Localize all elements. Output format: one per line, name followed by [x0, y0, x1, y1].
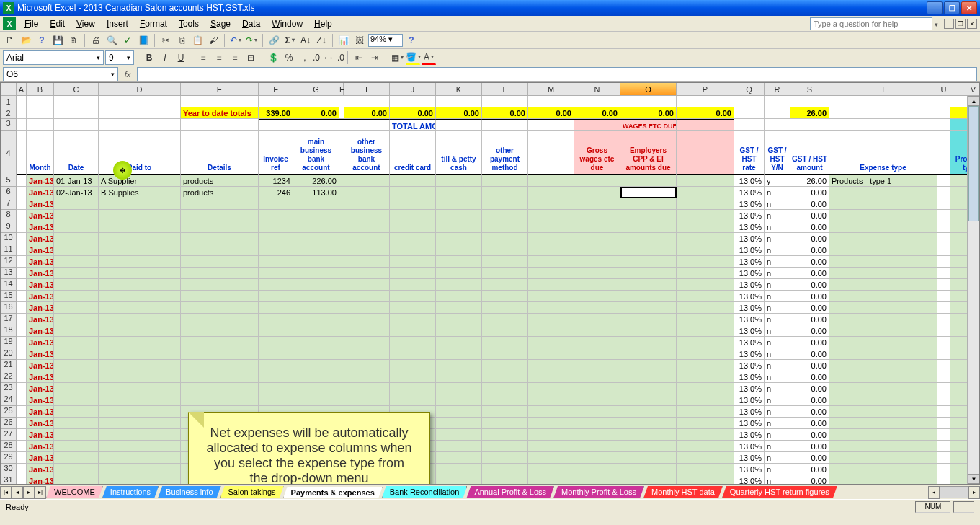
cell-B9[interactable]: Jan-13: [27, 221, 54, 233]
cell-T13[interactable]: [829, 268, 937, 279]
cell-S31[interactable]: 0.00: [790, 475, 829, 485]
percent-button[interactable]: %: [282, 50, 296, 65]
row-header-10[interactable]: 10: [1, 233, 17, 244]
cell-M11[interactable]: [528, 244, 574, 256]
row-header-7[interactable]: 7: [1, 198, 17, 210]
cell-A21[interactable]: [17, 360, 27, 371]
decrease-decimal-button[interactable]: ←.0: [329, 50, 344, 65]
col-header-T[interactable]: T: [829, 83, 937, 96]
cell-A25[interactable]: [17, 406, 27, 418]
merge-center-button[interactable]: ⊟: [244, 50, 258, 65]
cell-M17[interactable]: [528, 314, 574, 325]
cell-S26[interactable]: 0.00: [790, 418, 829, 429]
tab-first-button[interactable]: |◂: [0, 486, 12, 499]
col-header-V[interactable]: V: [950, 83, 980, 96]
cell-N28[interactable]: [574, 441, 620, 452]
row-header-23[interactable]: 23: [1, 383, 17, 394]
cell-A10[interactable]: [17, 233, 27, 244]
cell-R2[interactable]: [765, 107, 790, 119]
cell-Q2[interactable]: [734, 107, 765, 119]
col-header-A[interactable]: A: [17, 83, 27, 96]
cell-R8[interactable]: n: [765, 210, 790, 221]
cell-G23[interactable]: [293, 383, 339, 394]
cell-S11[interactable]: 0.00: [790, 244, 829, 256]
row-header-2[interactable]: 2: [1, 107, 17, 119]
cell-I15[interactable]: [344, 291, 390, 302]
row-header-15[interactable]: 15: [1, 291, 17, 302]
cell-D24[interactable]: [99, 394, 181, 406]
sheet-tab-annual-profit-loss[interactable]: Annual Profit & Loss: [466, 486, 554, 498]
cell-J22[interactable]: [390, 371, 436, 383]
cell-G17[interactable]: [293, 314, 339, 325]
cell-M27[interactable]: [528, 429, 574, 441]
cell-T23[interactable]: [829, 383, 937, 394]
cell-L10[interactable]: [482, 233, 528, 244]
cell-D14[interactable]: [99, 279, 181, 291]
cell-L16[interactable]: [482, 302, 528, 314]
cell-L27[interactable]: [482, 429, 528, 441]
cell-M16[interactable]: [528, 302, 574, 314]
cell-U9[interactable]: [937, 221, 950, 233]
cell-P25[interactable]: [677, 406, 734, 418]
cell-U8[interactable]: [937, 210, 950, 221]
cell-P2[interactable]: 0.00: [677, 107, 734, 119]
cell-L18[interactable]: [482, 325, 528, 337]
cell-B14[interactable]: Jan-13: [27, 279, 54, 291]
cell-N11[interactable]: [574, 244, 620, 256]
cell-G21[interactable]: [293, 360, 339, 371]
cell-I12[interactable]: [344, 256, 390, 268]
cell-I21[interactable]: [344, 360, 390, 371]
cell-Q3[interactable]: [734, 119, 765, 131]
cell-F14[interactable]: [259, 279, 293, 291]
cell-F21[interactable]: [259, 360, 293, 371]
sheet-tab-payments-expenses[interactable]: Payments & expenses: [283, 487, 383, 498]
cell-A12[interactable]: [17, 256, 27, 268]
spreadsheet[interactable]: ABCDEFGHIJKLMNOPQRSTUVW12Year to date to…: [0, 82, 980, 485]
cell-C8[interactable]: [54, 210, 99, 221]
cell-L9[interactable]: [482, 221, 528, 233]
cell-I17[interactable]: [344, 314, 390, 325]
cell-F20[interactable]: [259, 348, 293, 360]
cell-R24[interactable]: n: [765, 394, 790, 406]
cell-T20[interactable]: [829, 348, 937, 360]
cell-D15[interactable]: [99, 291, 181, 302]
cell-B11[interactable]: Jan-13: [27, 244, 54, 256]
cell-B5[interactable]: Jan-13: [27, 175, 54, 187]
cell-A6[interactable]: [17, 187, 27, 198]
increase-decimal-button[interactable]: .0→: [313, 50, 328, 65]
cell-U14[interactable]: [937, 279, 950, 291]
cell-N29[interactable]: [574, 452, 620, 464]
new-button[interactable]: 🗋: [3, 33, 17, 48]
cell-I14[interactable]: [344, 279, 390, 291]
cell-K1[interactable]: [436, 96, 482, 107]
cell-I13[interactable]: [344, 268, 390, 279]
header-B[interactable]: Month: [27, 131, 54, 175]
cell-U3[interactable]: [937, 119, 950, 131]
cell-G16[interactable]: [293, 302, 339, 314]
cell-C29[interactable]: [54, 452, 99, 464]
cell-M21[interactable]: [528, 360, 574, 371]
cell-E5[interactable]: products: [181, 175, 259, 187]
hscroll-left-button[interactable]: ◂: [928, 486, 940, 499]
undo-button[interactable]: ↶: [228, 33, 243, 48]
cell-U13[interactable]: [937, 268, 950, 279]
row-header-18[interactable]: 18: [1, 325, 17, 337]
cell-R25[interactable]: n: [765, 406, 790, 418]
cell-A13[interactable]: [17, 268, 27, 279]
workbook-icon[interactable]: X: [3, 17, 16, 30]
cell-G19[interactable]: [293, 337, 339, 348]
cell-M23[interactable]: [528, 383, 574, 394]
cell-K2[interactable]: 0.00: [436, 107, 482, 119]
cell-A24[interactable]: [17, 394, 27, 406]
col-header-E[interactable]: E: [181, 83, 259, 96]
cell-T27[interactable]: [829, 429, 937, 441]
cell-B19[interactable]: Jan-13: [27, 337, 54, 348]
cell-Q16[interactable]: 13.0%: [734, 302, 765, 314]
cell-R27[interactable]: n: [765, 429, 790, 441]
cell-O11[interactable]: [620, 244, 677, 256]
cell-D8[interactable]: [99, 210, 181, 221]
header-A[interactable]: [17, 131, 27, 175]
cell-D30[interactable]: [99, 464, 181, 475]
cell-E22[interactable]: [181, 371, 259, 383]
cell-S1[interactable]: [790, 96, 829, 107]
